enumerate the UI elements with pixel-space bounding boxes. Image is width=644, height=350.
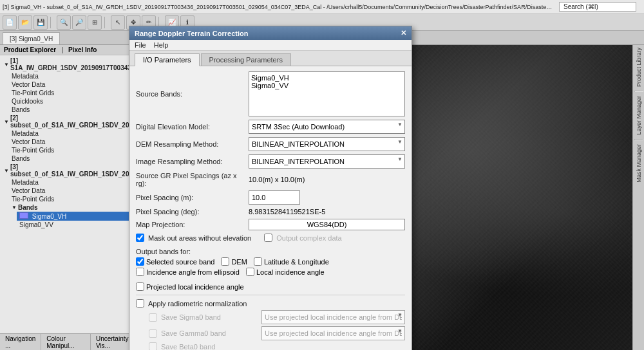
pixel-info-label[interactable]: Pixel Info [68, 46, 97, 53]
save-sigma0-dropdown-wrapper: Use projected local incidence angle from… [261, 310, 405, 324]
save-gamma0-row: Save Gamma0 band Use projected local inc… [149, 326, 405, 340]
save-btn[interactable]: 💾 [33, 15, 48, 30]
colour-manipul-tab[interactable]: Colour Manipul... [41, 334, 91, 350]
save-sigma0-checkbox[interactable] [149, 313, 157, 322]
output-band-projected: Projected local incidence angle [136, 282, 244, 291]
output-bands-section: Output bands for: Selected source band D… [136, 248, 405, 291]
output-complex-checkbox[interactable] [264, 234, 272, 242]
mask-elevation-checkbox[interactable] [136, 234, 144, 242]
image-resampling-value: BILINEAR_INTERPOLATION [249, 154, 405, 169]
dialog-help-menu[interactable]: Help [154, 41, 169, 49]
source-bands-box[interactable]: Sigma0_VH Sigma0_VV [249, 71, 405, 116]
document-tab-sigma0[interactable]: [3] Sigma0_VH [3, 32, 60, 44]
output-bands-label: Output bands for: [136, 248, 249, 255]
mask-manager-label[interactable]: Mask Manager [636, 142, 642, 185]
output-band-local: Local incidence angle [246, 268, 325, 276]
dialog-close-icon[interactable]: ✕ [401, 29, 406, 37]
pixel-spacing-deg-row: Pixel Spacing (deg): 8.98315284119521SE-… [136, 208, 405, 216]
product-library-label[interactable]: Product Library [636, 45, 642, 89]
apply-radiometric-checkbox[interactable] [136, 299, 144, 308]
output-dem-label: DEM [231, 258, 247, 266]
navigation-tab[interactable]: Navigation ... [0, 334, 41, 350]
pixel-spacing-deg-label: Pixel Spacing (deg): [136, 208, 249, 216]
output-bands-row-2: Incidence angle from ellipsoid Local inc… [136, 268, 405, 291]
layer-manager-label[interactable]: Layer Manager [636, 93, 642, 138]
pixel-spacing-value: 10.0(m) x 10.0(m) [249, 176, 405, 183]
save-gamma0-checkbox[interactable] [149, 329, 157, 338]
dem-row: Digital Elevation Model: SRTM 3Sec (Auto… [136, 120, 405, 134]
zoom-fit-btn[interactable]: ⊞ [88, 15, 102, 30]
output-complex-check-row: Output complex data [264, 234, 342, 242]
pixel-spacing-m-value [249, 190, 405, 205]
product-explorer-label[interactable]: Product Explorer [4, 46, 56, 53]
output-ellipsoid-label: Incidence angle from ellipsoid [146, 268, 240, 276]
pixel-spacing-m-label: Pixel Spacing (m): [136, 194, 249, 201]
output-local-label: Local incidence angle [256, 268, 325, 276]
source-band-sigma0-vh: Sigma0_VH [251, 74, 402, 82]
output-local-checkbox[interactable] [246, 268, 254, 276]
save-sigma0-dropdown[interactable]: Use projected local incidence angle from… [261, 310, 405, 324]
output-latlon-label: Latitude & Longitude [264, 258, 329, 266]
dialog-tab-processing[interactable]: Processing Parameters [201, 53, 291, 66]
source-band-sigma0-vv: Sigma0_VV [251, 82, 402, 89]
source-bands-value: Sigma0_VH Sigma0_VV [249, 71, 405, 116]
pixel-spacing-m-input[interactable] [249, 190, 300, 205]
output-band-dem: DEM [221, 257, 247, 266]
save-sigma0-row: Save Sigma0 band Use projected local inc… [149, 310, 405, 324]
source-bands-row: Source Bands: Sigma0_VH Sigma0_VV [136, 71, 405, 116]
dem-dropdown[interactable]: SRTM 3Sec (Auto Download) [249, 120, 405, 134]
output-dem-checkbox[interactable] [221, 257, 229, 266]
new-btn[interactable]: 📄 [3, 15, 17, 30]
dialog-titlebar: Range Doppler Terrain Correction ✕ [129, 26, 412, 40]
output-ellipsoid-checkbox[interactable] [136, 268, 144, 276]
image-resampling-dropdown[interactable]: BILINEAR_INTERPOLATION [249, 154, 405, 169]
output-band-ellipsoid: Incidence angle from ellipsoid [136, 268, 240, 276]
right-sidebar: Product Library Layer Manager Mask Manag… [632, 45, 644, 350]
output-complex-label: Output complex data [276, 234, 342, 242]
dem-resampling-row: DEM Resampling Method: BILINEAR_INTERPOL… [136, 137, 405, 151]
dialog-body: Source Bands: Sigma0_VH Sigma0_VV Digita… [129, 66, 412, 350]
dialog-title: Range Doppler Terrain Correction [135, 30, 248, 37]
output-selected-source-label: Selected source band [146, 258, 214, 266]
map-projection-display[interactable]: WGS84(DD) [249, 219, 405, 230]
zoom-in-btn[interactable]: 🔍 [57, 15, 71, 30]
app-title: [3] Sigma0_VH - subset_0_of_S1A_IW_GRDH_… [3, 4, 554, 10]
dialog-tab-io[interactable]: I/O Parameters [135, 53, 200, 66]
dialog-menubar: File Help [129, 40, 412, 51]
output-selected-source-checkbox[interactable] [136, 257, 144, 266]
expand-icon-1: ▼ [4, 62, 9, 68]
dem-resampling-label: DEM Resampling Method: [136, 140, 249, 148]
dem-dropdown-wrapper: SRTM 3Sec (Auto Download) [249, 120, 405, 134]
pixel-spacing-m-row: Pixel Spacing (m): [136, 190, 405, 205]
apply-radiometric-label: Apply radiometric normalization [148, 300, 247, 308]
zoom-out-btn[interactable]: 🔎 [72, 15, 86, 30]
output-bands-row: Selected source band DEM Latitude & Long… [136, 257, 405, 266]
output-band-latlon: Latitude & Longitude [254, 257, 329, 266]
pixel-spacing-deg-value: 8.98315284119521SE-5 [249, 208, 405, 216]
bands-expand-icon: ▼ [12, 205, 17, 210]
save-sigma0-label: Save Sigma0 band [161, 313, 258, 321]
apply-radiometric-row: Apply radiometric normalization [136, 299, 405, 308]
output-projected-checkbox[interactable] [136, 282, 144, 291]
pixel-spacing-label: Source GR Pixel Spacings (az x rg): [136, 172, 249, 187]
output-band-selected: Selected source band [136, 257, 214, 266]
dem-resampling-value: BILINEAR_INTERPOLATION [249, 137, 405, 151]
save-gamma0-dropdown-wrapper: Use projected local incidence angle from… [261, 326, 405, 340]
terrain-correction-dialog: Range Doppler Terrain Correction ✕ File … [129, 26, 412, 350]
dem-resampling-dropdown[interactable]: BILINEAR_INTERPOLATION [249, 137, 405, 151]
image-resampling-label: Image Resampling Method: [136, 158, 249, 165]
save-gamma0-dropdown[interactable]: Use projected local incidence angle from… [261, 326, 405, 340]
map-projection-row: Map Projection: WGS84(DD) [136, 219, 405, 230]
section-divider-1 [136, 295, 405, 295]
mask-output-row: Mask out areas without elevation Output … [136, 234, 405, 244]
output-latlon-checkbox[interactable] [254, 257, 262, 266]
save-beta0-checkbox[interactable] [149, 342, 157, 350]
map-projection-value: WGS84(DD) [249, 219, 405, 230]
save-beta0-label: Save Beta0 band [161, 343, 258, 351]
select-btn[interactable]: ↖ [111, 15, 125, 30]
dialog-file-menu[interactable]: File [135, 41, 146, 49]
radiometric-section: Apply radiometric normalization Save Sig… [136, 299, 405, 350]
open-btn[interactable]: 📂 [18, 15, 32, 30]
output-projected-label: Projected local incidence angle [146, 283, 244, 291]
search-box[interactable]: Search (⌘I) [559, 2, 636, 12]
